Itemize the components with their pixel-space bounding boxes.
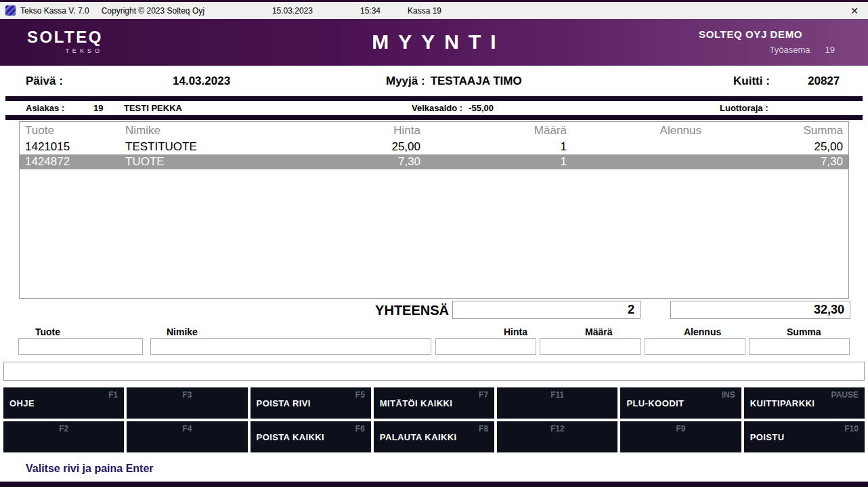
table-row[interactable]: 1421015 TESTITUOTE 25,00 1 25,00 xyxy=(20,140,848,154)
col-header-maara: Määrä xyxy=(420,124,567,137)
fkey-key-f10: F10 xyxy=(844,424,859,433)
cell-maara: 1 xyxy=(420,140,567,154)
header-banner: SOLTEQ TEKSO MYYNTI SOLTEQ OYJ DEMO Työa… xyxy=(0,19,868,66)
fkey-f4[interactable]: F4 xyxy=(127,421,247,452)
cell-nimike: TUOTE xyxy=(121,155,304,169)
debt-balance-label: Velkasaldo : xyxy=(412,103,462,113)
fkey-key-pause: PAUSE xyxy=(831,390,859,400)
entry-label-maara: Määrä xyxy=(585,326,612,337)
function-keys: OHJE F1 F3 POISTA RIVI F5 MITÄTÖI KAIKKI… xyxy=(3,387,865,452)
copyright-text: Copyright © 2023 Solteq Oyj xyxy=(102,6,204,16)
fkey-plu-koodit[interactable]: PLU-KOODIT INS xyxy=(620,387,741,419)
entry-section: Tuote Nimike Hinta Määrä Alennus Summa xyxy=(0,326,868,356)
customer-row: Asiakas : 19 TESTI PEKKA Velkasaldo :-55… xyxy=(0,101,868,115)
debt-balance: Velkasaldo :-55,00 xyxy=(412,103,494,113)
cell-nimike: TESTITUOTE xyxy=(121,140,304,154)
window-bottom-border xyxy=(0,482,868,487)
fkey-f2[interactable]: F2 xyxy=(3,421,124,452)
total-quantity-value: 2 xyxy=(628,303,634,317)
fkey-f12[interactable]: F12 xyxy=(497,421,617,452)
fkey-f11[interactable]: F11 xyxy=(497,387,617,419)
summa-input[interactable] xyxy=(749,338,850,355)
cell-summa: 7,30 xyxy=(701,155,848,169)
date-label: Päivä : xyxy=(26,75,63,88)
fkey-mitatoi-kaikki[interactable]: MITÄTÖI KAIKKI F7 xyxy=(374,387,494,419)
fkey-f3[interactable]: F3 xyxy=(127,387,247,419)
function-key-row-2: F2 F4 POISTA KAIKKI F6 PALAUTA KAIKKI F8… xyxy=(3,421,865,452)
cell-summa: 25,00 xyxy=(701,140,848,154)
receipt-number: 20827 xyxy=(808,75,840,88)
close-icon[interactable]: ✕ xyxy=(850,5,859,16)
command-input[interactable] xyxy=(3,362,865,381)
titlebar-time: 15:34 xyxy=(360,6,381,16)
company-info: SOLTEQ OYJ DEMO Työasema19 xyxy=(699,28,835,55)
totals-row: YHTEENSÄ 2 32,30 xyxy=(0,301,868,321)
fkey-poista-rivi[interactable]: POISTA RIVI F5 xyxy=(251,387,371,419)
maara-input[interactable] xyxy=(540,338,641,355)
fkey-ohje[interactable]: OHJE F1 xyxy=(3,387,124,419)
fkey-key-f12: F12 xyxy=(550,424,565,433)
sale-items-table: Tuote Nimike Hinta Määrä Alennus Summa 1… xyxy=(19,121,849,299)
customer-label: Asiakas : xyxy=(26,103,64,113)
cell-tuote: 1421015 xyxy=(20,140,121,154)
fkey-key-f5: F5 xyxy=(355,390,365,400)
fkey-f9[interactable]: F9 xyxy=(620,421,741,452)
workstation-value: 19 xyxy=(825,45,835,55)
seller-label: Myyjä : xyxy=(386,75,425,87)
customer-name: TESTI PEKKA xyxy=(124,103,182,113)
credit-limit-label: Luottoraja : xyxy=(720,103,768,113)
function-key-row-1: OHJE F1 F3 POISTA RIVI F5 MITÄTÖI KAIKKI… xyxy=(3,387,865,419)
cell-hinta: 7,30 xyxy=(304,155,420,169)
app-icon xyxy=(5,5,16,16)
entry-label-nimike: Nimike xyxy=(167,326,198,337)
customer-number: 19 xyxy=(93,103,103,113)
col-header-alennus: Alennus xyxy=(567,124,701,137)
fkey-kuittiparkki[interactable]: KUITTIPARKKI PAUSE xyxy=(744,387,865,419)
fkey-key-f6: F6 xyxy=(355,424,365,433)
total-quantity-box: 2 xyxy=(452,301,641,319)
debt-balance-value: -55,00 xyxy=(469,103,494,113)
tekso-kassa-window: Tekso Kassa V. 7.0 Copyright © 2023 Solt… xyxy=(0,0,868,487)
nimike-input[interactable] xyxy=(150,338,431,355)
entry-label-hinta: Hinta xyxy=(504,326,527,337)
entry-label-alennus: Alennus xyxy=(684,326,721,337)
col-header-tuote: Tuote xyxy=(20,124,121,137)
status-message: Valitse rivi ja paina Enter xyxy=(26,463,154,475)
date-value: 14.03.2023 xyxy=(173,75,230,88)
fkey-key-f4: F4 xyxy=(182,424,192,433)
workstation-info: Työasema19 xyxy=(699,45,835,55)
table-header: Tuote Nimike Hinta Määrä Alennus Summa xyxy=(20,122,848,140)
fkey-key-f9: F9 xyxy=(676,424,686,433)
seller-info: Myyjä :TESTAAJA TIMO xyxy=(386,75,522,88)
company-name: SOLTEQ OYJ DEMO xyxy=(699,28,802,40)
fkey-key-f2: F2 xyxy=(59,424,68,433)
window-title: Tekso Kassa V. 7.0 xyxy=(20,6,89,16)
entry-label-summa: Summa xyxy=(787,326,821,337)
logo-main-text: SOLTEQ xyxy=(27,28,103,47)
hinta-input[interactable] xyxy=(435,338,536,355)
logo-sub-text: TEKSO xyxy=(27,47,103,54)
titlebar: Tekso Kassa V. 7.0 Copyright © 2023 Solt… xyxy=(0,2,868,19)
col-header-summa: Summa xyxy=(701,124,848,137)
receipt-info-row: Päivä : 14.03.2023 Myyjä :TESTAAJA TIMO … xyxy=(0,66,868,96)
fkey-key-f7: F7 xyxy=(479,390,488,400)
table-row-selected[interactable]: 1424872 TUOTE 7,30 1 7,30 xyxy=(20,154,848,169)
cell-maara: 1 xyxy=(420,155,567,169)
fkey-key-f11: F11 xyxy=(550,390,564,400)
fkey-key-ins: INS xyxy=(722,390,735,400)
cell-hinta: 25,00 xyxy=(304,140,420,154)
fkey-poista-kaikki[interactable]: POISTA KAIKKI F6 xyxy=(251,421,371,452)
fkey-key-f8: F8 xyxy=(479,424,488,433)
separator-bar xyxy=(5,115,863,120)
total-label: YHTEENSÄ xyxy=(375,303,449,318)
cell-tuote: 1424872 xyxy=(20,155,121,169)
alennus-input[interactable] xyxy=(645,338,745,355)
separator-bar xyxy=(5,96,863,101)
page-title: MYYNTI xyxy=(362,30,505,54)
entry-label-tuote: Tuote xyxy=(35,326,60,337)
statusbar: Valitse rivi ja paina Enter xyxy=(0,455,868,482)
titlebar-date: 15.03.2023 xyxy=(272,6,313,16)
tuote-input[interactable] xyxy=(18,338,143,355)
fkey-poistu[interactable]: POISTU F10 xyxy=(744,421,865,452)
fkey-palauta-kaikki[interactable]: PALAUTA KAIKKI F8 xyxy=(374,421,494,452)
